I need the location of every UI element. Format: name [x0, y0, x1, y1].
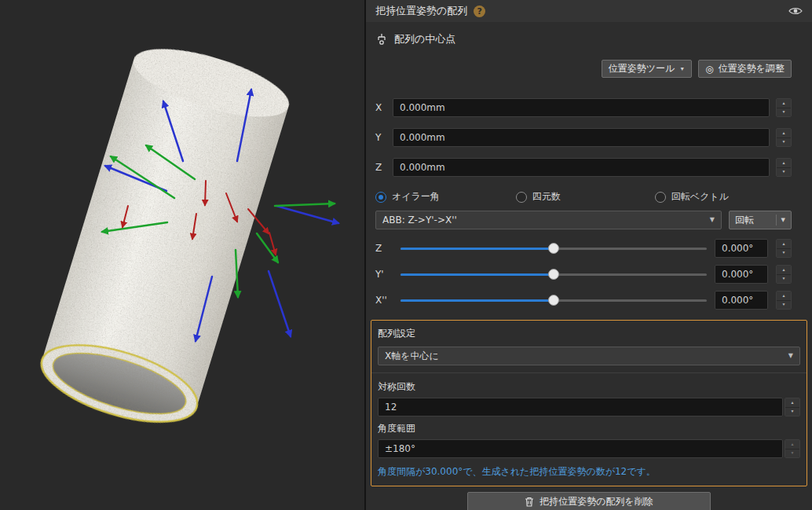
slider-handle[interactable] — [548, 295, 559, 306]
visibility-toggle-icon[interactable] — [788, 6, 803, 16]
array-center-icon — [375, 33, 388, 46]
spinner-down-icon[interactable]: ▼ — [777, 300, 791, 310]
spinner-down-icon[interactable]: ▼ — [777, 138, 791, 147]
spinner-down-icon[interactable]: ▼ — [785, 449, 799, 458]
symmetry-count-input[interactable] — [378, 398, 783, 416]
slider-fill — [401, 248, 554, 250]
z-spinner: ▲ ▼ — [776, 158, 792, 177]
z-rotation-slider[interactable] — [401, 243, 707, 254]
x-spinner: ▲ ▼ — [776, 98, 792, 117]
array-settings-title: 配列設定 — [378, 327, 800, 340]
help-icon[interactable]: ? — [474, 6, 485, 17]
y-coordinate-row: Y ▲ ▼ — [375, 128, 792, 147]
z-coordinate-row: Z ▲ ▼ — [375, 158, 792, 177]
delete-row: 把持位置姿勢の配列を削除 — [366, 492, 812, 510]
y-spinner: ▲ ▼ — [776, 128, 792, 147]
angle-range-input[interactable] — [378, 439, 783, 458]
spinner-down-icon[interactable]: ▼ — [777, 274, 791, 284]
spinner-up-icon[interactable]: ▲ — [777, 129, 791, 138]
rotate-button[interactable]: 回転 ▼ — [729, 211, 792, 229]
spinner-up-icon[interactable]: ▲ — [777, 266, 791, 274]
3d-viewport[interactable] — [0, 0, 366, 510]
slider-handle[interactable] — [548, 269, 559, 280]
euler-convention-row: ABB: Z->Y'->X'' ▼ 回転 ▼ — [375, 211, 792, 229]
z-rotation-input[interactable] — [715, 239, 768, 258]
grasp-pose-array-panel: 把持位置姿勢の配列 ? 配列の中心点 位置姿勢ツール ▼ ◎ — [366, 0, 812, 510]
radio-euler-angles[interactable]: オイラー角 — [375, 190, 440, 204]
adjust-pose-button[interactable]: ◎ 位置姿勢を調整 — [698, 60, 792, 78]
caret-down-icon: ▼ — [704, 217, 715, 223]
x-label: X — [375, 102, 386, 113]
symmetry-count-row: ▲ ▼ — [378, 398, 800, 416]
pose-toolbar: 位置姿勢ツール ▼ ◎ 位置姿勢を調整 — [366, 49, 812, 78]
caret-down-icon: ▼ — [781, 218, 785, 223]
array-axis-select[interactable]: X軸を中心に ▼ — [378, 347, 800, 365]
angle-range-label: 角度範囲 — [378, 422, 800, 435]
spinner-up-icon[interactable]: ▲ — [777, 159, 791, 167]
spinner-down-icon[interactable]: ▼ — [777, 108, 791, 117]
x-rotation-spinner: ▲ ▼ — [776, 291, 792, 310]
angle-range-spinner: ▲ ▼ — [785, 439, 800, 458]
spinner-up-icon[interactable]: ▲ — [777, 240, 791, 248]
symmetry-count-label: 対称回数 — [378, 380, 800, 394]
radio-rotation-vector[interactable]: 回転ベクトル — [655, 190, 729, 204]
spinner-up-icon[interactable]: ▲ — [785, 440, 799, 449]
radio-dot — [516, 192, 527, 203]
y-label: Y — [375, 132, 386, 143]
x-rotation-slider[interactable] — [401, 295, 707, 306]
z-rotation-row: Z ▲ ▼ — [375, 239, 792, 258]
x-input[interactable] — [393, 98, 770, 117]
x-coordinate-row: X ▲ ▼ — [375, 98, 792, 117]
x-rotation-input[interactable] — [715, 291, 768, 310]
slider-handle[interactable] — [548, 243, 559, 254]
y-rotation-spinner: ▲ ▼ — [776, 265, 792, 284]
trash-icon — [525, 497, 534, 507]
slider-fill — [401, 273, 554, 276]
radio-dot — [375, 192, 386, 203]
panel-title-bar: 把持位置姿勢の配列 ? — [366, 0, 812, 22]
y-rotation-slider[interactable] — [401, 269, 707, 280]
spinner-down-icon[interactable]: ▼ — [777, 167, 791, 177]
rotation-mode-radios: オイラー角 四元数 回転ベクトル — [375, 190, 803, 204]
section-title: 配列の中心点 — [394, 32, 455, 46]
delete-array-button[interactable]: 把持位置姿勢の配列を削除 — [467, 492, 711, 510]
spinner-up-icon[interactable]: ▲ — [785, 398, 799, 407]
angle-range-row: ▲ ▼ — [378, 439, 800, 458]
y-rotation-input[interactable] — [715, 265, 768, 284]
array-info-text: 角度間隔が30.000°で、生成された把持位置姿勢の数が12です。 — [378, 465, 800, 479]
y-rotation-label: Y' — [375, 269, 393, 280]
caret-down-icon: ▼ — [679, 66, 685, 72]
pose-tool-button[interactable]: 位置姿勢ツール ▼ — [602, 60, 693, 78]
array-settings-box: 配列設定 X軸を中心に ▼ 対称回数 ▲ ▼ 角度範囲 ▲ ▼ — [371, 320, 807, 486]
spinner-up-icon[interactable]: ▲ — [777, 99, 791, 108]
slider-fill — [401, 299, 554, 302]
y-input[interactable] — [393, 128, 770, 147]
x-rotation-row: X'' ▲ ▼ — [375, 291, 792, 310]
spinner-up-icon[interactable]: ▲ — [777, 292, 791, 300]
panel-title: 把持位置姿勢の配列 — [375, 4, 467, 18]
button-divider — [776, 215, 777, 226]
section-header: 配列の中心点 — [366, 22, 812, 49]
spinner-down-icon[interactable]: ▼ — [777, 248, 791, 258]
z-input[interactable] — [393, 158, 770, 177]
x-rotation-label: X'' — [375, 295, 393, 306]
spinner-down-icon[interactable]: ▼ — [785, 407, 799, 416]
radio-dot — [655, 192, 666, 203]
app: 把持位置姿勢の配列 ? 配列の中心点 位置姿勢ツール ▼ ◎ — [0, 0, 812, 510]
adjust-pose-icon: ◎ — [705, 64, 713, 74]
cylinder-model — [33, 35, 296, 438]
viewport-render — [0, 0, 366, 510]
z-rotation-label: Z — [375, 243, 393, 254]
z-label: Z — [375, 162, 386, 173]
euler-convention-select[interactable]: ABB: Z->Y'->X'' ▼ — [375, 211, 722, 229]
z-rotation-spinner: ▲ ▼ — [776, 239, 792, 258]
symmetry-count-spinner: ▲ ▼ — [785, 398, 800, 416]
radio-quaternion[interactable]: 四元数 — [516, 190, 561, 204]
caret-down-icon: ▼ — [782, 353, 793, 359]
separator — [371, 372, 807, 373]
y-rotation-row: Y' ▲ ▼ — [375, 265, 792, 284]
